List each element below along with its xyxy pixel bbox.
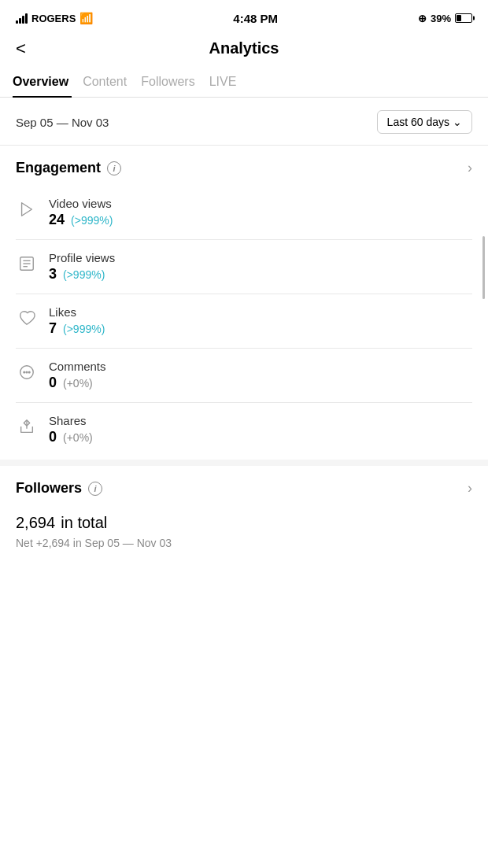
tab-content[interactable]: Content	[83, 67, 141, 97]
date-filter-button[interactable]: Last 60 days ⌄	[377, 110, 472, 134]
comments-label: Comments	[49, 360, 106, 373]
carrier-label: ROGERS	[31, 13, 76, 24]
profile-icon	[16, 253, 38, 275]
header: < Analytics	[0, 33, 488, 67]
likes-value: 7	[49, 320, 57, 337]
likes-label: Likes	[49, 305, 105, 319]
video-views-change: (>999%)	[71, 214, 113, 227]
metric-comments: Comments 0 (+0%)	[16, 352, 472, 399]
date-row: Sep 05 — Nov 03 Last 60 days ⌄	[0, 98, 488, 146]
video-views-content: Video views 24 (>999%)	[49, 197, 113, 228]
share-icon	[16, 416, 38, 438]
engagement-title-row: Engagement i	[16, 160, 121, 176]
date-range-text: Sep 05 — Nov 03	[16, 116, 109, 129]
tab-overview[interactable]: Overview	[13, 67, 83, 97]
battery-percent: 39%	[431, 13, 451, 24]
followers-section: Followers i › 2,694 in total Net +2,694 …	[0, 460, 488, 560]
page-title: Analytics	[209, 39, 279, 57]
tab-followers[interactable]: Followers	[141, 67, 209, 97]
comments-content: Comments 0 (+0%)	[49, 360, 106, 391]
wifi-icon: 📶	[79, 12, 93, 24]
comments-change: (+0%)	[63, 377, 93, 390]
shares-content: Shares 0 (+0%)	[49, 414, 93, 445]
video-views-label: Video views	[49, 197, 113, 210]
engagement-info-icon[interactable]: i	[107, 161, 121, 175]
video-views-value: 24	[49, 212, 65, 228]
tab-live[interactable]: LIVE	[209, 67, 251, 97]
shares-value: 0	[49, 429, 57, 445]
followers-header: Followers i ›	[16, 480, 472, 497]
scrollbar[interactable]	[482, 236, 485, 299]
shares-change: (+0%)	[63, 431, 93, 444]
engagement-chevron-icon[interactable]: ›	[468, 160, 472, 176]
followers-title-row: Followers i	[16, 480, 102, 497]
metric-likes: Likes 7 (>999%)	[16, 297, 472, 345]
profile-views-label: Profile views	[49, 251, 115, 264]
orientation-icon: ⊕	[418, 13, 427, 24]
engagement-title: Engagement	[16, 160, 101, 176]
status-right: ⊕ 39%	[418, 13, 472, 24]
status-time: 4:48 PM	[233, 12, 278, 25]
metric-shares: Shares 0 (+0%)	[16, 406, 472, 453]
comment-icon	[16, 361, 38, 383]
shares-label: Shares	[49, 414, 93, 427]
engagement-section: Engagement i › Video views 24 (>999%)	[0, 146, 488, 453]
metric-profile-views: Profile views 3 (>999%)	[16, 243, 472, 290]
engagement-header: Engagement i ›	[16, 160, 472, 176]
status-left: ROGERS 📶	[16, 12, 93, 24]
profile-views-value: 3	[49, 266, 57, 283]
chevron-down-icon: ⌄	[453, 116, 462, 128]
play-icon	[16, 198, 38, 220]
followers-chevron-icon[interactable]: ›	[468, 480, 472, 497]
likes-content: Likes 7 (>999%)	[49, 305, 105, 337]
followers-info-icon[interactable]: i	[88, 482, 102, 496]
profile-views-change: (>999%)	[63, 268, 105, 281]
followers-net: Net +2,694 in Sep 05 — Nov 03	[16, 537, 472, 549]
battery-icon	[455, 13, 472, 23]
signal-icon	[16, 13, 28, 24]
heart-icon	[16, 307, 38, 329]
comments-value: 0	[49, 375, 57, 391]
tab-bar: Overview Content Followers LIVE	[0, 67, 488, 98]
svg-point-8	[28, 371, 30, 373]
likes-change: (>999%)	[63, 323, 105, 335]
followers-title: Followers	[16, 480, 82, 497]
svg-point-7	[26, 371, 28, 373]
status-bar: ROGERS 📶 4:48 PM ⊕ 39%	[0, 0, 488, 33]
svg-marker-0	[22, 203, 32, 216]
back-button[interactable]: <	[16, 39, 26, 59]
followers-total-label: in total	[61, 514, 107, 531]
profile-views-content: Profile views 3 (>999%)	[49, 251, 115, 283]
svg-point-6	[24, 371, 25, 373]
metric-video-views: Video views 24 (>999%)	[16, 189, 472, 236]
followers-count: 2,694 in total	[16, 509, 472, 534]
